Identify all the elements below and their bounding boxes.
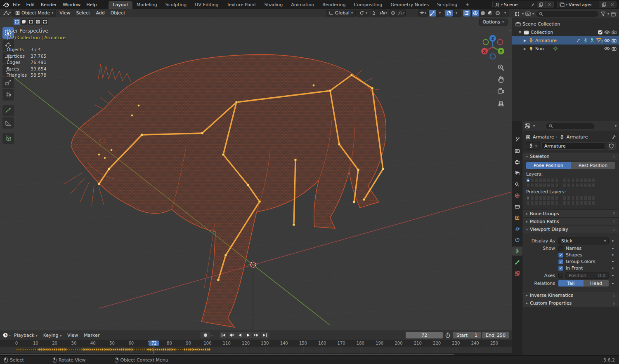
mode-dropdown[interactable]: Object Mode ▾: [12, 10, 56, 16]
animate-dot[interactable]: •: [610, 259, 615, 264]
layer-cell[interactable]: [539, 178, 542, 183]
layer-cell[interactable]: [563, 201, 567, 205]
layer-cell[interactable]: [588, 196, 591, 200]
menu-render[interactable]: Render: [38, 1, 60, 8]
properties-editor-icon[interactable]: [525, 123, 531, 129]
viewlayer-name[interactable]: ViewLayer: [569, 2, 598, 7]
layer-cell[interactable]: [567, 183, 571, 188]
layer-cell[interactable]: [584, 178, 587, 183]
outliner-editor-icon[interactable]: [515, 12, 520, 16]
workspace-tab-animation[interactable]: Animation: [287, 1, 318, 9]
datablock-name-field[interactable]: Armature: [541, 142, 605, 150]
timeline-scrollbar[interactable]: [0, 353, 512, 355]
layer-cell[interactable]: [547, 183, 550, 188]
menu-select[interactable]: Select: [73, 10, 92, 16]
layer-cell[interactable]: [563, 183, 567, 188]
zoom-icon[interactable]: [497, 63, 505, 72]
layer-cell[interactable]: [588, 183, 591, 188]
select-set-button[interactable]: [14, 19, 20, 25]
tool-add-primitive[interactable]: [2, 133, 14, 144]
layer-cell[interactable]: [579, 178, 583, 183]
snap-settings[interactable]: ▾: [379, 10, 388, 16]
layer-cell[interactable]: [551, 196, 555, 200]
layer-cell[interactable]: [567, 201, 571, 205]
axes-position-field[interactable]: Position0.0: [565, 272, 609, 279]
layer-cell[interactable]: [547, 201, 550, 205]
layer-cell[interactable]: [592, 201, 595, 205]
properties-tab-view-layer[interactable]: [512, 169, 522, 178]
pivot-dropdown[interactable]: ▾: [357, 10, 370, 16]
breadcrumb-object[interactable]: Armature: [533, 134, 554, 140]
pose-position-button[interactable]: Pose Position: [526, 162, 571, 169]
menu-playback[interactable]: Playback ▾: [12, 332, 40, 338]
layer-cell[interactable]: [592, 196, 595, 200]
frame-start-field[interactable]: Start1: [453, 332, 481, 338]
layer-cell[interactable]: [530, 196, 534, 200]
exclude-checkbox[interactable]: [598, 30, 602, 35]
workspace-tab-texture-paint[interactable]: Texture Paint: [223, 1, 260, 9]
properties-tab-output[interactable]: [512, 157, 522, 167]
disable-render-camera-icon[interactable]: [612, 30, 617, 34]
shading-dropdown[interactable]: ▾: [501, 10, 509, 16]
menu-keying[interactable]: Keying ▾: [41, 332, 64, 338]
layer-cell[interactable]: [567, 178, 571, 183]
workspace-tab-compositing[interactable]: Compositing: [350, 1, 387, 9]
protected-layers-grid-2[interactable]: [563, 196, 595, 205]
layer-cell[interactable]: [555, 183, 559, 188]
layer-cell[interactable]: [530, 183, 534, 188]
workspace-tab-rendering[interactable]: Rendering: [318, 1, 350, 9]
tiger-wireframe-mesh[interactable]: [64, 54, 386, 327]
properties-search-input[interactable]: [546, 123, 595, 129]
keyframe-diamond[interactable]: [208, 348, 211, 352]
properties-options-chevron[interactable]: ▾: [615, 124, 617, 128]
armature-layers-grid-2[interactable]: [563, 178, 595, 188]
camera-view-icon[interactable]: [497, 87, 505, 96]
layer-cell[interactable]: [530, 201, 534, 205]
properties-tab-object-data[interactable]: [512, 247, 522, 256]
scene-name[interactable]: Scene: [504, 2, 529, 7]
layer-cell[interactable]: [543, 178, 546, 183]
properties-tab-scene[interactable]: [512, 180, 522, 189]
next-keyframe-button[interactable]: [253, 332, 260, 338]
properties-tab-constraints[interactable]: [512, 235, 522, 244]
disclosure-triangle[interactable]: ▶: [523, 39, 527, 42]
layer-cell[interactable]: [592, 178, 595, 183]
workspace-tab-modeling[interactable]: Modeling: [132, 1, 161, 9]
panel-grip-icon[interactable]: ⣿: [612, 155, 615, 158]
menu-view-timeline[interactable]: View: [65, 332, 80, 338]
outliner-row-sun[interactable]: ▶ Sun: [512, 45, 619, 53]
xray-toggle[interactable]: [463, 10, 470, 16]
frame-end-field[interactable]: End250: [482, 332, 509, 338]
workspace-tab-geometry-nodes[interactable]: Geometry Nodes: [386, 1, 433, 9]
workspace-tab-layout[interactable]: Layout: [109, 1, 132, 9]
layer-cell[interactable]: [575, 178, 579, 183]
layer-cell[interactable]: [543, 183, 546, 188]
layer-cell[interactable]: [592, 183, 595, 188]
layer-cell[interactable]: [526, 196, 530, 200]
workspace-tab-scripting[interactable]: Scripting: [433, 1, 461, 9]
layer-cell[interactable]: [526, 178, 530, 183]
gizmo-z-negative[interactable]: [490, 54, 496, 59]
layer-cell[interactable]: [579, 201, 583, 205]
layer-cell[interactable]: [539, 183, 542, 188]
shading-material-button[interactable]: [487, 10, 494, 16]
panel-custom-properties-header[interactable]: ▸Custom Properties⣿: [523, 299, 619, 307]
menu-marker[interactable]: Marker: [81, 332, 102, 338]
disclosure-triangle[interactable]: ▶: [523, 47, 527, 51]
layer-cell[interactable]: [530, 178, 534, 183]
animate-dot[interactable]: •: [610, 252, 615, 258]
fake-user-button[interactable]: [607, 142, 616, 150]
layer-cell[interactable]: [534, 201, 538, 205]
properties-editor-chevron[interactable]: ▾: [533, 124, 535, 128]
panel-motion-paths-header[interactable]: ▸Motion Paths⣿: [523, 218, 619, 225]
layer-cell[interactable]: [555, 201, 559, 205]
rest-position-button[interactable]: Rest Position: [571, 162, 615, 169]
outliner-row-collection[interactable]: ▼ Collection: [512, 28, 619, 36]
layer-cell[interactable]: [539, 201, 542, 205]
layer-cell[interactable]: [539, 196, 542, 200]
layer-cell[interactable]: [571, 183, 575, 188]
gizmos-toggle[interactable]: [429, 10, 436, 16]
protected-layers-grid-1[interactable]: [526, 196, 559, 205]
options-dropdown[interactable]: Options▾: [479, 19, 508, 26]
pin-icon[interactable]: [531, 2, 535, 7]
